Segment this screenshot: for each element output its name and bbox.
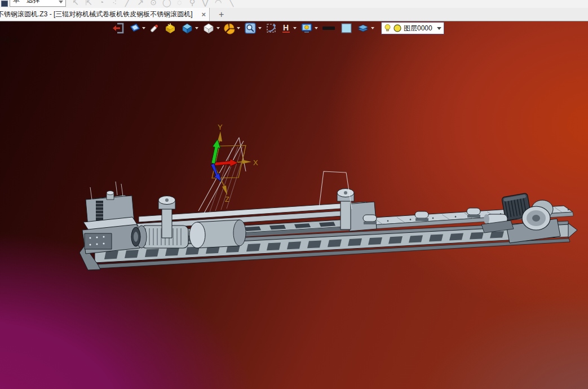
exit-icon	[112, 22, 125, 34]
eraser-button[interactable]	[149, 22, 160, 34]
chevron-down-icon	[437, 27, 441, 30]
selection-mode-value: 单一选择	[13, 0, 58, 5]
layer-combo[interactable]: 图层0000	[381, 22, 444, 34]
hatch-button[interactable]: H	[281, 22, 297, 34]
lightbulb-icon	[384, 24, 391, 33]
arc-tool-icon: ◠	[214, 0, 222, 8]
wire-guards	[198, 138, 352, 213]
motor-pulley-hub	[134, 232, 138, 242]
circle-center-icon: ⊙	[149, 0, 157, 8]
right-small-roller-cap	[484, 214, 489, 224]
pick-filter-icon: ⇱	[85, 0, 92, 8]
right-bracket	[506, 219, 560, 243]
panel-bolts	[90, 236, 105, 246]
roll-bearing-back	[233, 220, 246, 246]
polyline-tool-icon: ↗	[136, 0, 144, 8]
section-box-button[interactable]	[163, 22, 177, 34]
handwheel-hub-mid	[344, 191, 347, 194]
close-tab-icon[interactable]: ×	[201, 10, 206, 19]
motor-ribs	[145, 228, 181, 245]
top-toolbar: 单一选择 ↖ ⇱ ◔ ⁖ ╱ ↗ ⊙ ◯ ◌ ⚲ ⋁ ◠ ╲	[0, 0, 588, 8]
line-tool-icon: ╱	[123, 0, 131, 8]
line-width-button[interactable]	[321, 22, 336, 34]
eraser-icon	[149, 22, 160, 34]
layers-button[interactable]	[356, 22, 374, 34]
gearbox-top	[86, 195, 133, 209]
machine-feed-table	[355, 206, 573, 226]
app-menu-icon[interactable]	[1, 1, 8, 7]
point-tool-icon: ⁖	[110, 0, 118, 8]
table-seams	[374, 207, 569, 224]
machine-table-edge	[364, 212, 573, 229]
pulley-main	[522, 206, 550, 230]
screw-post-mid	[341, 200, 351, 229]
exit-button[interactable]	[112, 22, 125, 34]
document-tab-title: 不锈钢滚圆机.Z3 - [三辊对称机械式卷板机铁皮钢板不锈钢滚圆机]	[0, 10, 198, 19]
render-settings-icon	[300, 22, 313, 34]
viewport-quick-toolbar: H	[112, 22, 444, 34]
line-width-icon	[321, 22, 336, 34]
handwheel-drum-left	[158, 200, 175, 209]
selection-mode-combo[interactable]: 单一选择	[10, 0, 66, 7]
chevron-down-icon	[195, 27, 198, 29]
select-arrow-icon: ↖	[72, 0, 79, 8]
rotate-target-button[interactable]	[265, 22, 277, 34]
disabled-tool-icons: ↖ ⇱ ◔ ⁖ ╱ ↗ ⊙ ◯ ◌ ⚲ ⋁ ◠ ╲	[72, 0, 235, 8]
y-axis-arrow	[211, 139, 220, 164]
drive-motor	[141, 226, 188, 248]
wireframe-display-button[interactable]	[202, 22, 220, 34]
view-display-button[interactable]	[129, 22, 145, 34]
right-motor-fins	[505, 197, 526, 218]
pulley-ring	[527, 210, 546, 226]
machine-truss-band	[95, 224, 569, 263]
top-cylinder-cap	[107, 191, 114, 195]
platform-top	[83, 217, 139, 233]
motor-pulley	[131, 227, 140, 246]
chevron-down-icon	[258, 27, 262, 29]
machine-top-roll	[139, 202, 366, 222]
layer-combo-value: 图层0000	[404, 24, 437, 33]
axis-lines	[214, 139, 243, 188]
shaded-cube-icon	[180, 22, 194, 34]
axis-y-label: Y	[218, 123, 223, 131]
machine-back-rail	[101, 221, 568, 249]
section-views-button[interactable]	[223, 22, 240, 34]
machine-bottom-rail	[97, 238, 570, 268]
chevron-down-icon	[371, 27, 374, 29]
section-box-icon	[163, 22, 177, 34]
table-roller	[415, 211, 428, 221]
x-axis-arrow	[214, 159, 238, 167]
motor-end-cap	[136, 226, 147, 248]
3d-viewport[interactable]: 些提示.	[0, 21, 588, 389]
plate-rolling-machine-model[interactable]	[79, 138, 577, 270]
layers-icon	[356, 22, 370, 34]
new-tab-button[interactable]: +	[214, 8, 228, 21]
color-swatch-button[interactable]	[339, 22, 353, 34]
prompt-hint-text: 些提示.	[0, 35, 21, 45]
chevron-down-icon	[216, 27, 220, 29]
spline-tool-icon: ╲	[227, 0, 235, 8]
right-small-roller	[486, 214, 507, 224]
wireframe-cube-icon	[202, 22, 215, 34]
probe-tool-icon: ⚲	[188, 0, 196, 8]
render-settings-button[interactable]	[300, 22, 318, 34]
document-tab-bar: 不锈钢滚圆机.Z3 - [三辊对称机械式卷板机铁皮钢板不锈钢滚圆机] × +	[0, 8, 588, 21]
machine-mid-junction	[347, 202, 377, 231]
hatch-h-icon: H	[281, 22, 292, 34]
document-tab[interactable]: 不锈钢滚圆机.Z3 - [三辊对称机械式卷板机铁皮钢板不锈钢滚圆机] ×	[0, 8, 210, 21]
view-display-icon	[129, 22, 141, 34]
right-roller-base	[481, 220, 514, 233]
handwheel-drum-mid	[337, 193, 354, 201]
datum-plane	[212, 145, 246, 178]
layer-color-icon	[393, 24, 402, 33]
top-cylinder	[107, 193, 114, 200]
z-axis-arrow	[211, 163, 221, 182]
zoom-window-button[interactable]	[244, 22, 262, 34]
chevron-down-icon	[142, 27, 145, 29]
scene-canvas: X Y Z	[0, 21, 588, 389]
roll-bearing-body	[197, 220, 240, 248]
spring-coils	[96, 204, 103, 217]
machine-right-tip	[568, 223, 577, 238]
shaded-display-button[interactable]	[180, 22, 198, 34]
chevron-down-icon	[237, 27, 240, 29]
